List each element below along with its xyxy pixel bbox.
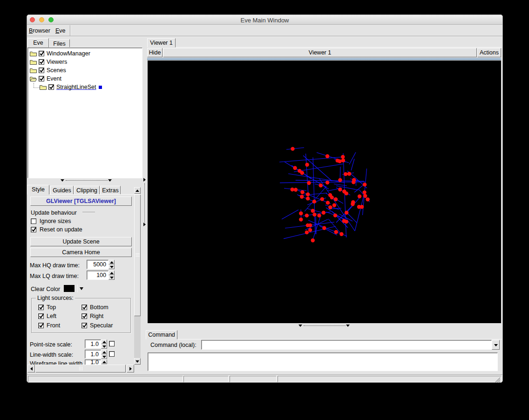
line-width-spinner[interactable] bbox=[101, 350, 107, 359]
folder-icon bbox=[30, 51, 37, 56]
reset-on-update-checkbox[interactable] bbox=[31, 227, 36, 232]
spin-up-icon[interactable] bbox=[101, 339, 107, 344]
tree-checkbox[interactable] bbox=[39, 76, 44, 81]
command-dropdown-button[interactable] bbox=[492, 340, 500, 350]
panel-splitter[interactable] bbox=[142, 38, 147, 373]
light-left-row: Left bbox=[38, 313, 56, 319]
scroll-down-icon[interactable] bbox=[134, 358, 141, 365]
point-size-input[interactable]: 1.0 bbox=[85, 339, 101, 348]
line-width-input[interactable]: 1.0 bbox=[85, 350, 101, 359]
max-hq-input[interactable]: 5000 bbox=[87, 260, 109, 269]
tab-command[interactable]: Command bbox=[146, 330, 177, 339]
light-top-row: Top bbox=[38, 304, 56, 311]
resize-grip-icon[interactable] bbox=[495, 377, 501, 383]
hscroll-thumb[interactable] bbox=[35, 365, 126, 373]
title-bar[interactable]: Eve Main Window bbox=[27, 15, 502, 25]
max-hq-spinner[interactable] bbox=[109, 260, 115, 269]
tree-item-windowmanager[interactable]: WindowManager bbox=[30, 49, 90, 58]
tree-connector bbox=[34, 83, 34, 88]
scroll-left-icon[interactable] bbox=[27, 365, 35, 373]
light-front-checkbox[interactable] bbox=[38, 323, 44, 328]
max-lq-input[interactable]: 100 bbox=[87, 271, 109, 280]
straight-line-set-scene bbox=[148, 61, 501, 323]
light-top-checkbox[interactable] bbox=[38, 305, 44, 310]
vscroll-trough[interactable] bbox=[134, 316, 141, 358]
line-width-checkbox[interactable] bbox=[109, 351, 115, 357]
spin-up-icon[interactable] bbox=[109, 260, 115, 264]
tree-checkbox[interactable] bbox=[48, 84, 54, 90]
actions-button[interactable]: Actions bbox=[477, 48, 501, 57]
ignore-sizes-checkbox[interactable] bbox=[31, 218, 36, 224]
tab-style[interactable]: Style bbox=[27, 185, 49, 195]
spin-down-icon[interactable] bbox=[101, 354, 107, 359]
point-size-spinner[interactable] bbox=[101, 339, 107, 349]
gl-viewport[interactable] bbox=[148, 61, 501, 323]
status-part bbox=[183, 376, 229, 382]
status-part bbox=[230, 376, 277, 382]
viewer-title-bar[interactable]: Viewer 1 bbox=[163, 48, 477, 57]
ignore-sizes-row: Ignore sizes bbox=[31, 218, 71, 224]
heading-rule bbox=[82, 212, 95, 213]
tree-checkbox[interactable] bbox=[39, 59, 44, 65]
light-specular-row: Specular bbox=[81, 322, 113, 329]
light-specular-checkbox[interactable] bbox=[81, 323, 87, 328]
tab-viewer1[interactable]: Viewer 1 bbox=[147, 38, 176, 47]
point-size-checkbox[interactable] bbox=[109, 341, 115, 346]
light-bottom-checkbox[interactable] bbox=[81, 305, 87, 310]
color-dropdown-icon[interactable] bbox=[80, 287, 83, 290]
tree-checkbox[interactable] bbox=[39, 68, 44, 73]
eve-main-window: Eve Main Window Browser Eve Eve Files Wi… bbox=[27, 14, 503, 383]
tree-item-event[interactable]: Event bbox=[30, 75, 61, 83]
glviewer-button[interactable]: GLViewer [TGLSAViewer] bbox=[30, 196, 132, 206]
light-sources-group: Light sources: Top Bottom Left Right Fro… bbox=[31, 298, 131, 333]
light-left-checkbox[interactable] bbox=[38, 313, 44, 319]
tree-item-viewers[interactable]: Viewers bbox=[30, 58, 67, 66]
command-local-label: Command (local): bbox=[150, 342, 197, 348]
command-output[interactable] bbox=[148, 352, 498, 371]
style-hscrollbar[interactable] bbox=[27, 365, 134, 373]
splitter-dots bbox=[66, 180, 108, 181]
tree-checkbox[interactable] bbox=[39, 51, 44, 56]
tree-item-scenes[interactable]: Scenes bbox=[30, 66, 66, 75]
scroll-right-icon[interactable] bbox=[127, 365, 134, 373]
viewer-command-splitter[interactable] bbox=[147, 324, 502, 328]
light-bottom-row: Bottom bbox=[81, 304, 109, 311]
update-scene-button[interactable]: Update Scene bbox=[30, 237, 132, 246]
spin-up-icon[interactable] bbox=[109, 271, 115, 275]
menu-divider bbox=[70, 25, 71, 36]
splitter-arrow-icon bbox=[298, 325, 302, 327]
splitter-dots bbox=[144, 183, 145, 223]
vscroll-thumb[interactable] bbox=[134, 194, 141, 316]
tab-extras[interactable]: Extras bbox=[100, 186, 121, 195]
menu-browser[interactable]: Browser bbox=[29, 27, 50, 34]
spin-down-icon[interactable] bbox=[109, 264, 115, 269]
max-lq-spinner[interactable] bbox=[109, 271, 115, 280]
spin-up-icon[interactable] bbox=[101, 350, 107, 354]
tree-style-splitter[interactable] bbox=[27, 179, 142, 182]
tree-item-straightlineset[interactable]: StraightLineSet bbox=[40, 83, 102, 91]
tab-eve[interactable]: Eve bbox=[27, 38, 49, 47]
menu-separator-line bbox=[27, 36, 502, 37]
tab-clipping[interactable]: Clipping bbox=[74, 186, 100, 195]
hide-button[interactable]: Hide bbox=[147, 48, 163, 57]
scroll-up-icon[interactable] bbox=[134, 187, 141, 194]
tree-connector bbox=[34, 88, 40, 88]
menu-eve[interactable]: Eve bbox=[55, 27, 66, 34]
item-color-swatch[interactable] bbox=[99, 86, 102, 89]
picker-divider bbox=[77, 285, 78, 292]
tab-files[interactable]: Files bbox=[49, 39, 70, 47]
clear-color-picker[interactable] bbox=[62, 284, 86, 293]
style-vscrollbar[interactable] bbox=[134, 187, 141, 365]
tab-guides[interactable]: Guides bbox=[50, 186, 74, 195]
light-right-checkbox[interactable] bbox=[81, 313, 87, 319]
spin-down-icon[interactable] bbox=[109, 275, 115, 280]
wireframe-spinner[interactable] bbox=[101, 359, 107, 364]
dropdown-arrow-icon bbox=[494, 344, 498, 346]
folder-icon bbox=[30, 59, 37, 65]
spin-up-icon[interactable] bbox=[101, 359, 107, 364]
camera-home-button[interactable]: Camera Home bbox=[30, 248, 132, 257]
max-hq-label: Max HQ draw time: bbox=[30, 262, 80, 269]
eve-tree: WindowManager Viewers Scenes Event Strai… bbox=[27, 47, 142, 178]
command-input[interactable] bbox=[201, 340, 492, 350]
spin-down-icon[interactable] bbox=[101, 344, 107, 349]
